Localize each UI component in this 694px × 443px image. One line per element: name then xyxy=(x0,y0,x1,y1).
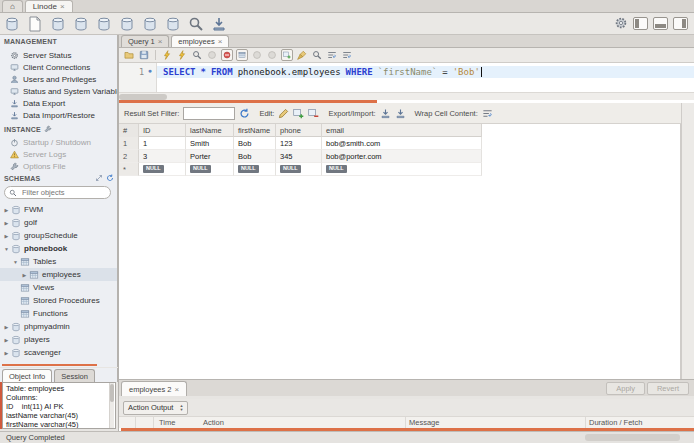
close-icon[interactable]: × xyxy=(158,37,163,46)
refresh-icon[interactable] xyxy=(239,108,250,119)
expander-icon[interactable]: ▶ xyxy=(3,324,10,330)
result-filter-input[interactable] xyxy=(183,107,235,120)
limit-rows-toggle-icon[interactable] xyxy=(236,49,248,61)
invisible-chars-toggle-icon[interactable] xyxy=(326,49,338,61)
object-info-scrollbar[interactable] xyxy=(109,383,114,428)
connection-tab-linode[interactable]: Linode × xyxy=(25,0,73,12)
sidebar-item-server-logs[interactable]: Server Logs xyxy=(0,148,118,160)
tree-item-stored-procedures[interactable]: Stored Procedures xyxy=(0,294,118,307)
export-recordset-icon[interactable] xyxy=(380,108,391,119)
create-table-icon[interactable] xyxy=(96,16,112,32)
close-icon[interactable]: × xyxy=(60,2,65,11)
toggle-bottom-panel-icon[interactable] xyxy=(653,17,668,30)
tab-query-1[interactable]: Query 1 × xyxy=(121,35,169,47)
expand-schemas-icon[interactable] xyxy=(95,174,103,182)
toggle-right-panel-icon[interactable] xyxy=(673,17,688,30)
column-header-firstname[interactable]: firstName xyxy=(234,124,276,137)
insert-row-icon[interactable] xyxy=(293,108,304,119)
commit-icon[interactable] xyxy=(251,49,263,61)
import-records-icon[interactable] xyxy=(395,108,406,119)
tree-item-fwm[interactable]: ▶ FWM xyxy=(0,203,118,216)
cell-id[interactable]: 1 xyxy=(139,137,186,150)
cell-firstname[interactable]: Bob xyxy=(234,137,276,150)
create-function-icon[interactable] xyxy=(165,16,181,32)
tree-item-employees[interactable]: ▶ employees xyxy=(0,268,118,281)
sql-code-editor[interactable]: 1 ● SELECT * FROM phonebook.employees WH… xyxy=(119,63,694,92)
save-script-icon[interactable] xyxy=(138,49,150,61)
expander-icon[interactable]: ▼ xyxy=(12,259,19,265)
cell-phone[interactable]: 123 xyxy=(276,137,322,150)
sidebar-item-data-import[interactable]: Data Import/Restore xyxy=(0,109,118,121)
cell-null[interactable]: NULL xyxy=(139,163,186,176)
refresh-schemas-icon[interactable] xyxy=(106,174,114,182)
close-icon[interactable]: × xyxy=(175,385,180,394)
expander-icon[interactable]: ▶ xyxy=(3,220,10,226)
sidebar-item-client-connections[interactable]: Client Connections xyxy=(0,61,118,73)
tree-item-views[interactable]: Views xyxy=(0,281,118,294)
sidebar-item-data-export[interactable]: Data Export xyxy=(0,97,118,109)
revert-button[interactable]: Revert xyxy=(647,382,689,395)
open-sql-script-icon[interactable] xyxy=(27,16,43,32)
tree-item-functions[interactable]: Functions xyxy=(0,307,118,320)
new-query-tab-icon[interactable] xyxy=(4,16,20,32)
inspect-database-icon[interactable] xyxy=(50,16,66,32)
cell-lastname[interactable]: Smith xyxy=(186,137,234,150)
cell-null[interactable]: NULL xyxy=(322,163,482,176)
cell-phone[interactable]: 345 xyxy=(276,150,322,163)
cell-firstname[interactable]: Bob xyxy=(234,150,276,163)
autocommit-toggle-icon[interactable] xyxy=(281,49,293,61)
column-header-email[interactable]: email xyxy=(322,124,482,137)
tree-item-scavenger[interactable]: ▶ scavenger xyxy=(0,346,118,359)
output-col-action[interactable]: Action xyxy=(203,418,224,427)
cell-null[interactable]: NULL xyxy=(276,163,322,176)
tree-item-golf[interactable]: ▶ golf xyxy=(0,216,118,229)
tree-item-phonebook[interactable]: ▼ phonebook xyxy=(0,242,118,255)
output-view-select[interactable]: Action Output ▲▼ xyxy=(123,401,188,415)
expander-icon[interactable]: ▶ xyxy=(3,350,10,356)
tree-item-players[interactable]: ▶ players xyxy=(0,333,118,346)
tree-item-phpmyadmin[interactable]: ▶ phpmyadmin xyxy=(0,320,118,333)
tab-employees-2[interactable]: employees 2 × xyxy=(121,381,187,396)
column-header-phone[interactable]: phone xyxy=(276,124,322,137)
delete-row-icon[interactable] xyxy=(308,108,319,119)
create-procedure-icon[interactable] xyxy=(142,16,158,32)
cell-email[interactable]: bob@porter.com xyxy=(322,150,482,163)
tab-employees[interactable]: employees × xyxy=(171,35,229,47)
output-col-time[interactable]: Time xyxy=(159,418,175,427)
create-schema-icon[interactable] xyxy=(73,16,89,32)
table-row[interactable]: 1 1 Smith Bob 123 bob@smith.com xyxy=(119,137,482,150)
cell-lastname[interactable]: Porter xyxy=(186,150,234,163)
explain-icon[interactable] xyxy=(191,49,203,61)
expander-icon[interactable]: ▶ xyxy=(3,233,10,239)
apply-button[interactable]: Apply xyxy=(606,382,645,395)
column-header-rownum[interactable]: # xyxy=(119,124,139,137)
tree-item-tables[interactable]: ▼ Tables xyxy=(0,255,118,268)
cell-null[interactable]: NULL xyxy=(186,163,234,176)
editor-horizontal-scrollbar[interactable] xyxy=(119,92,694,100)
stop-icon[interactable] xyxy=(206,49,218,61)
column-header-id[interactable]: ID xyxy=(139,124,186,137)
open-script-icon[interactable] xyxy=(123,49,135,61)
table-row[interactable]: 2 3 Porter Bob 345 bob@porter.com xyxy=(119,150,482,163)
search-table-data-icon[interactable] xyxy=(188,16,204,32)
output-col-duration[interactable]: Duration / Fetch xyxy=(589,418,642,427)
execute-icon[interactable] xyxy=(161,49,173,61)
cell-id[interactable]: 3 xyxy=(139,150,186,163)
sidebar-item-server-status[interactable]: Server Status xyxy=(0,49,118,61)
tab-session[interactable]: Session xyxy=(54,369,95,382)
wrap-text-toggle-icon[interactable] xyxy=(341,49,353,61)
schema-filter-input[interactable] xyxy=(20,187,100,198)
reconnect-database-icon[interactable] xyxy=(211,16,227,32)
rollback-icon[interactable] xyxy=(266,49,278,61)
create-view-icon[interactable] xyxy=(119,16,135,32)
output-col-message[interactable]: Message xyxy=(409,418,439,427)
status-scroll-thumb[interactable] xyxy=(585,434,680,441)
expander-icon[interactable]: ▶ xyxy=(21,272,28,278)
sidebar-item-system-variables[interactable]: Status and System Variables xyxy=(0,85,118,97)
cell-null[interactable]: NULL xyxy=(234,163,276,176)
expander-icon[interactable]: ▶ xyxy=(3,337,10,343)
execute-current-statement-icon[interactable] xyxy=(176,49,188,61)
tab-object-info[interactable]: Object Info xyxy=(2,369,52,382)
gear-icon[interactable] xyxy=(614,16,628,30)
close-icon[interactable]: × xyxy=(218,37,223,46)
